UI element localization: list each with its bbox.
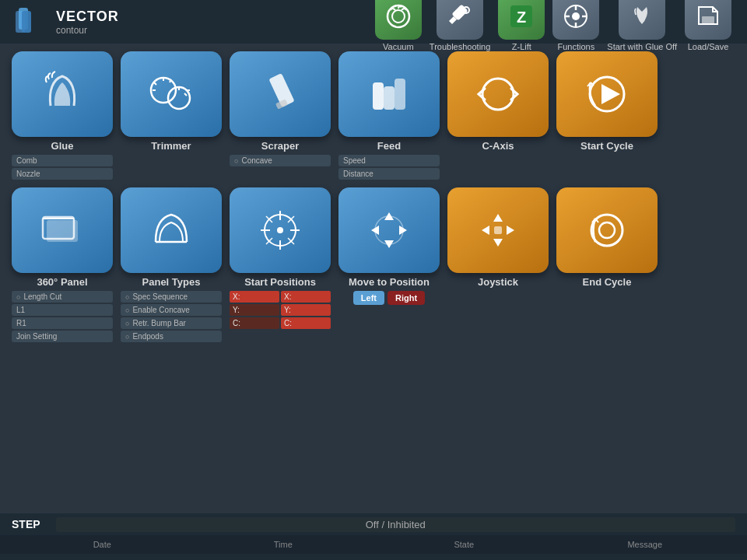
joystick-label: Joystick [478, 276, 518, 288]
pt-subopt-bumpbar[interactable]: Retr. Bump Bar [121, 317, 222, 329]
scraper-card: Scraper Concave [230, 51, 331, 181]
nav-troubleshooting[interactable]: Troubleshooting [430, 0, 490, 51]
functions-icon [562, 2, 590, 30]
nav-vacuum[interactable]: Vacuum [375, 0, 422, 51]
panel-types-card: Panel Types Spec Sequence Enable Concave… [121, 187, 222, 344]
load-save-label: Load/Save [688, 42, 729, 51]
pt-subopt-spec[interactable]: Spec Sequence [121, 291, 222, 303]
start-positions-button[interactable] [230, 187, 331, 273]
pt-subopt-concave[interactable]: Enable Concave [121, 304, 222, 316]
svg-marker-45 [482, 226, 489, 235]
svg-point-29 [277, 227, 283, 233]
svg-marker-25 [601, 84, 620, 104]
feed-label: Feed [377, 140, 401, 152]
feed-button[interactable] [338, 51, 440, 137]
sp-x-left[interactable]: X: [230, 291, 279, 303]
trimmer-icon [144, 67, 198, 121]
svg-marker-43 [493, 214, 503, 222]
svg-text:Z: Z [517, 9, 526, 26]
vacuum-icon-btn[interactable] [375, 0, 422, 40]
scraper-subopt-concave[interactable]: Concave [230, 155, 331, 166]
start-glue-off-icon-btn[interactable] [619, 0, 665, 40]
start-positions-sub: X: X: Y: Y: C: C: [230, 291, 331, 329]
panel360-subopt-l1[interactable]: L1 [12, 304, 113, 316]
nav-zlift[interactable]: Z Z-Lift [498, 0, 545, 51]
joystick-button[interactable] [447, 187, 549, 273]
start-positions-label: Start Positions [244, 276, 316, 288]
start-positions-card: Start Positions X: X: Y: Y: C: C: [230, 187, 331, 344]
function-row-1: Glue Comb Nozzle Trimmer [12, 51, 735, 181]
start-glue-off-icon [628, 2, 656, 30]
svg-point-49 [599, 222, 615, 238]
end-cycle-icon [580, 203, 634, 257]
glue-subopt-nozzle[interactable]: Nozzle [12, 168, 113, 180]
glue-button[interactable] [12, 51, 113, 137]
step-label: STEP [12, 518, 40, 530]
sp-c-right[interactable]: C: [281, 317, 331, 329]
sp-y-left[interactable]: Y: [230, 304, 279, 316]
panel360-button[interactable] [12, 187, 113, 273]
trimmer-button[interactable] [121, 51, 222, 137]
status-display: Off / Inhibited [56, 517, 735, 532]
sp-c-left[interactable]: C: [230, 317, 279, 329]
scraper-button[interactable] [230, 51, 331, 137]
glue-subopt-comb[interactable]: Comb [12, 155, 113, 166]
svg-rect-47 [494, 226, 502, 234]
panel360-label: 360° Panel [37, 276, 87, 288]
nav-functions[interactable]: Functions [552, 0, 599, 51]
troubleshooting-icon-btn[interactable] [437, 0, 483, 40]
sp-y-right[interactable]: Y: [281, 304, 331, 316]
nav-start-glue-off[interactable]: Start with Glue Off [607, 0, 677, 51]
end-cycle-button[interactable] [556, 187, 658, 273]
footer-time: Time [193, 540, 374, 549]
load-save-icon [694, 2, 722, 30]
start-cycle-icon [580, 67, 634, 121]
footer-row: Date Time State Message [0, 535, 747, 554]
move-left-button[interactable]: Left [353, 291, 384, 305]
svg-rect-22 [395, 79, 405, 110]
panel360-subopts: Length Cut L1 R1 Join Setting [12, 291, 113, 344]
panel360-icon [35, 203, 89, 257]
vacuum-label: Vacuum [383, 42, 414, 51]
start-cycle-button[interactable] [556, 51, 658, 137]
logo-vector-text: VECTOR [56, 9, 119, 25]
nav-load-save[interactable]: Load/Save [685, 0, 731, 51]
move-position-button[interactable] [338, 187, 440, 273]
main-content: Glue Comb Nozzle Trimmer [0, 44, 747, 358]
caxis-label: C-Axis [482, 140, 514, 152]
function-row-2: 360° Panel Length Cut L1 R1 Join Setting… [12, 187, 735, 344]
end-cycle-label: End Cycle [583, 276, 632, 288]
panel-types-button[interactable] [121, 187, 222, 273]
feed-subopt-speed[interactable]: Speed [338, 155, 440, 166]
caxis-button[interactable] [447, 51, 549, 137]
move-right-button[interactable]: Right [388, 291, 425, 305]
load-save-icon-btn[interactable] [685, 0, 731, 40]
glue-card: Glue Comb Nozzle [12, 51, 113, 181]
svg-marker-46 [507, 226, 514, 235]
feed-subopt-distance[interactable]: Distance [338, 168, 440, 180]
start-cycle-card: Start Cycle [556, 51, 658, 181]
functions-icon-btn[interactable] [552, 0, 599, 40]
header: VECTOR contour Vacuum [0, 0, 747, 44]
svg-point-10 [572, 12, 580, 20]
joystick-card: Joystick [447, 187, 549, 344]
zlift-icon-btn[interactable]: Z [498, 0, 545, 40]
troubleshooting-icon [446, 2, 474, 30]
pt-subopt-endpods[interactable]: Endpods [121, 331, 222, 342]
functions-label: Functions [557, 42, 594, 51]
panel360-subopt-joinsetting[interactable]: Join Setting [12, 331, 113, 342]
feed-subopts: Speed Distance [338, 155, 440, 181]
scraper-icon [253, 67, 307, 121]
svg-rect-2 [22, 11, 31, 33]
svg-rect-15 [702, 16, 714, 24]
panel-types-label: Panel Types [142, 276, 201, 288]
footer-message: Message [555, 540, 736, 549]
svg-rect-20 [373, 82, 384, 110]
move-position-sub: Left Right [338, 291, 440, 305]
panel360-subopt-lengthcut[interactable]: Length Cut [12, 291, 113, 303]
zlift-label: Z-Lift [512, 42, 531, 51]
vacuum-icon [384, 2, 412, 30]
glue-icon [35, 67, 89, 121]
panel360-subopt-r1[interactable]: R1 [12, 317, 113, 329]
sp-x-right[interactable]: X: [281, 291, 331, 303]
